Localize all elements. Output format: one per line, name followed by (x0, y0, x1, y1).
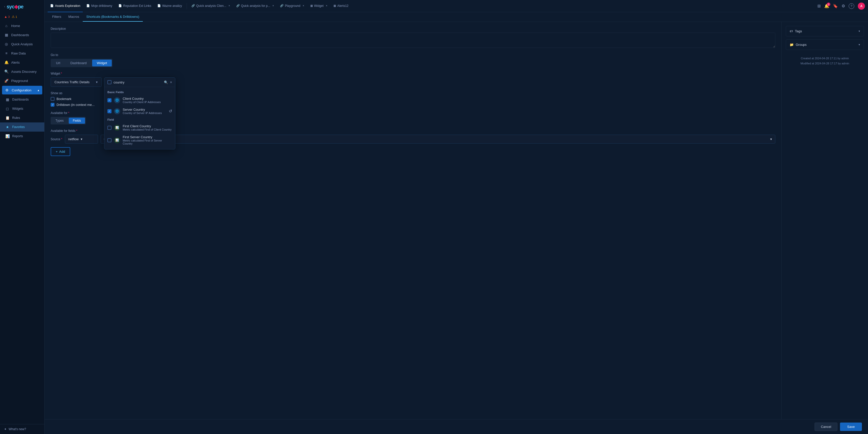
cancel-button[interactable]: Cancel (814, 423, 837, 431)
tab-quick-analysis-p[interactable]: 🔗 Quick analysis for p... × (234, 0, 277, 12)
dropdown-item-client-country[interactable]: 🌐 Client Country Country of Client IP Ad… (104, 95, 175, 106)
sidebar-item-assets-discovery[interactable]: 🔍 Assets Discovery (0, 67, 44, 76)
first-server-country-text: First Server Country Metric calculated F… (123, 135, 172, 145)
sidebar-collapse-icon[interactable]: ‹ (4, 5, 5, 8)
first-client-country-desc: Metric calculated First of Client Countr… (123, 128, 172, 131)
sidebar: ‹ syc◈pe ▲ 3 ⚠ 1 ⌂ Home ▦ Dashboards ◎ Q… (0, 0, 44, 434)
sidebar-item-favorites[interactable]: ★ Favorites (0, 122, 44, 132)
sidebar-item-widgets[interactable]: ◻ Widgets (0, 104, 44, 113)
dashboards-sub-icon: ▦ (5, 97, 10, 101)
add-button[interactable]: + Add (51, 147, 70, 156)
first-server-country-desc: Metric calculated First of Server Countr… (123, 139, 172, 145)
client-country-checkbox[interactable] (107, 98, 112, 102)
first-client-country-text: First Client Country Metric calculated F… (123, 124, 172, 131)
bookmark-icon[interactable]: 🔖 (833, 4, 838, 8)
sidebar-item-configuration[interactable]: ⚙ Configuration ▲ (2, 86, 42, 94)
sidebar-item-dashboards-sub[interactable]: ▦ Dashboards (0, 95, 44, 104)
goto-tab-widget[interactable]: Widget (92, 60, 112, 66)
sidebar-item-rules[interactable]: 📋 Rules (0, 113, 44, 122)
first-server-country-metric-icon: 📊 (114, 137, 120, 143)
main-area: 📄 Assets Exploration 📄 Moje drilldowny 📄… (44, 0, 868, 434)
bookmark-checkbox[interactable] (51, 97, 55, 101)
sidebar-item-alerts[interactable]: 🔔 Alerts (0, 58, 44, 67)
critical-alert-icon: ▲ (4, 15, 7, 19)
avail-tab-fields[interactable]: Fields (69, 118, 85, 124)
tab-close-icon[interactable]: × (326, 4, 327, 7)
settings-icon[interactable]: ⚙ (841, 4, 845, 8)
tab-alerts12[interactable]: ▦ Alerts12 (331, 0, 351, 12)
top-navigation: 📄 Assets Exploration 📄 Moje drilldowny 📄… (44, 0, 868, 12)
sub-tab-macros[interactable]: Macros (65, 12, 83, 22)
help-icon[interactable]: ? (849, 3, 854, 9)
tab-playground[interactable]: 🔗 Playground × (277, 0, 307, 12)
sidebar-item-quick-analysis[interactable]: ◎ Quick Analysis (0, 39, 44, 49)
dropdown-item-first-client-country[interactable]: 📊 First Client Country Metric calculated… (104, 122, 175, 133)
sidebar-item-home[interactable]: ⌂ Home (0, 21, 44, 30)
whats-new-button[interactable]: ✦ What's new? (4, 427, 40, 431)
description-label: Description (51, 27, 775, 31)
client-country-desc: Country of Client IP Addresses (123, 100, 172, 103)
tab-close-icon[interactable]: × (272, 4, 274, 7)
goto-tab-url[interactable]: Url (52, 60, 65, 66)
description-section: Description (51, 27, 775, 49)
favorites-icon: ★ (5, 125, 10, 129)
playground-icon: 🚀 (4, 79, 9, 83)
tab-wazne-icon: 📄 (157, 4, 161, 7)
sub-tab-shortcuts[interactable]: Shortcuts (Bookmarks & Drilldowns) (83, 12, 143, 22)
groups-icon: 📁 (789, 43, 794, 46)
tab-reputation-ext-links[interactable]: 📄 Reputation Ext Links (116, 0, 154, 12)
server-country-checkbox[interactable] (107, 109, 112, 113)
country-dropdown-popup: 🔍 × Basic Fields 🌐 (104, 78, 175, 149)
tab-close-icon[interactable]: × (228, 4, 230, 7)
widget-select[interactable]: Countries Traffic Details ▾ (51, 78, 101, 87)
tab-wazne-analizy[interactable]: 📄 Wazne analizy (155, 0, 185, 12)
dropdown-select-all-checkbox[interactable] (107, 80, 112, 84)
user-avatar[interactable]: A (858, 3, 865, 10)
server-country-text: Server Country Country of Server IP Addr… (123, 108, 166, 115)
grid-icon[interactable]: ⊞ (817, 4, 820, 8)
groups-section: 📁 Groups ▾ (786, 39, 864, 50)
notification-badge[interactable]: 🔔 5 (824, 4, 829, 8)
sidebar-item-playground[interactable]: 🚀 Playground (0, 76, 44, 85)
sidebar-item-raw-data[interactable]: ≡ Raw Data (0, 49, 44, 58)
tags-header[interactable]: 🏷 Tags ▾ (786, 26, 864, 36)
sidebar-item-dashboards[interactable]: ▦ Dashboards (0, 30, 44, 39)
dropdown-close-icon[interactable]: × (170, 80, 172, 84)
first-client-country-checkbox[interactable] (107, 126, 112, 130)
sidebar-item-label: Reports (12, 134, 23, 138)
available-for-tabs: Types Fields (51, 117, 86, 124)
avail-tab-types[interactable]: Types (52, 118, 68, 124)
first-server-country-checkbox[interactable] (107, 138, 112, 142)
warning-alert-badge[interactable]: ⚠ 1 (12, 15, 17, 19)
dropdown-search-input[interactable] (114, 81, 162, 84)
tab-label: Playground (285, 4, 300, 8)
critical-alert-badge[interactable]: ▲ 3 (4, 15, 10, 19)
tab-widget[interactable]: ▦ Widget × (308, 0, 330, 12)
tab-moje-drilldowny[interactable]: 📄 Moje drilldowny (84, 0, 115, 12)
groups-header[interactable]: 📁 Groups ▾ (786, 40, 864, 50)
description-input[interactable] (51, 33, 775, 48)
drilldown-checkbox[interactable] (51, 103, 55, 107)
logo[interactable]: ‹ syc◈pe (0, 0, 44, 13)
tab-close-icon[interactable]: × (303, 4, 304, 7)
tab-quick-analysis-client[interactable]: 🔗 Quick analysis Clien... × (189, 0, 232, 12)
tab-label: Reputation Ext Links (123, 4, 151, 8)
dropdown-item-first-server-country[interactable]: 📊 First Server Country Metric calculated… (104, 133, 175, 147)
fields-select[interactable]: Client Country, Server Country ▾ (100, 135, 775, 144)
goto-tab-dashboard[interactable]: Dashboard (66, 60, 91, 66)
sidebar-item-label: Playground (11, 79, 28, 83)
dropdown-search-icon[interactable]: 🔍 (164, 81, 168, 84)
save-button[interactable]: Save (840, 423, 862, 431)
first-client-country-name: First Client Country (123, 124, 172, 128)
sidebar-item-reports[interactable]: 📊 Reports (0, 132, 44, 141)
modified-text: Modified at 2024-04-28 17:17 by admin (786, 61, 864, 66)
dropdown-item-server-country[interactable]: 🌐 Server Country Country of Server IP Ad… (104, 106, 175, 117)
tags-label: Tags (795, 29, 802, 33)
dropdown-header: 🔍 × (104, 78, 175, 87)
source-select[interactable]: netflow ▾ (65, 135, 98, 144)
server-country-geo-icon: 🌐 (114, 108, 120, 114)
tab-reputation-icon: 📄 (118, 4, 122, 7)
tab-assets-exploration[interactable]: 📄 Assets Exploration (48, 0, 83, 12)
sub-tab-filters[interactable]: Filters (49, 12, 65, 22)
sidebar-item-label: Rules (12, 116, 20, 120)
